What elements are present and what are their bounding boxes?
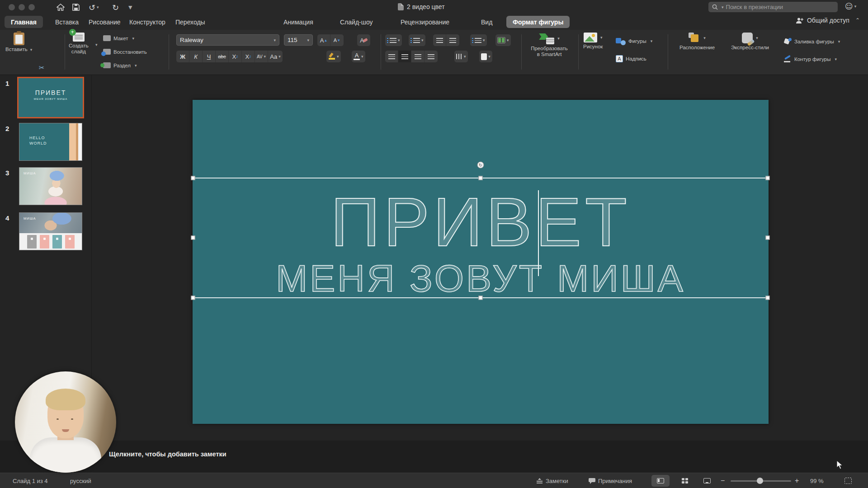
paste-button[interactable]: Вставить ▾ (5, 33, 32, 52)
numbering-button[interactable]: ▾ (409, 34, 425, 46)
slide-sorter-view-button[interactable] (676, 475, 694, 487)
new-slide-button[interactable]: Создать слайд (69, 33, 89, 55)
bold-button[interactable]: Ж (176, 51, 189, 62)
resize-handle-top-center[interactable] (479, 176, 483, 180)
zoom-percentage[interactable]: 99 % (810, 473, 824, 488)
resize-handle-bottom-center[interactable] (479, 296, 483, 300)
arrange-button[interactable]: ▾ Расположение (674, 33, 721, 51)
tab-shape-format[interactable]: Формат фигуры (506, 16, 570, 28)
zoom-out-button[interactable]: − (721, 473, 725, 488)
redo-button[interactable]: ↻ (112, 2, 119, 13)
slide-thumbnail-4[interactable]: МИША (19, 212, 82, 250)
cut-button[interactable]: ✂ (39, 62, 45, 73)
collapse-ribbon-chevron-icon[interactable]: ⌃ (855, 17, 860, 23)
layout-button[interactable]: Макет▾ (103, 35, 134, 41)
textbox-icon: A (616, 55, 623, 62)
increase-font-button[interactable]: A▲ (317, 34, 330, 46)
increase-indent-button[interactable] (446, 34, 459, 46)
align-text-button[interactable]: ▾ (479, 51, 492, 62)
quick-styles-button[interactable]: ▾ Экспресс-стили (723, 33, 777, 51)
slideshow-view-button[interactable] (698, 475, 716, 487)
tab-animation[interactable]: Анимация (277, 16, 320, 28)
picture-icon (584, 33, 597, 42)
share-button[interactable]: Общий доступ ⌃ (796, 17, 860, 24)
notes-placeholder[interactable]: Щелкните, чтобы добавить заметки (109, 450, 226, 458)
comments-toggle[interactable]: Примечания (589, 473, 632, 488)
bullets-button[interactable]: ▾ (385, 34, 402, 46)
shape-outline-button[interactable]: Контур фигуры▾ (783, 56, 837, 62)
insert-shapes-button[interactable]: Фигуры▾ (616, 37, 652, 45)
slide-thumbnail-1[interactable]: ПРИВЕТ МЕНЯ ЗОВУТ МИША (17, 77, 84, 118)
multilevel-list-button[interactable]: ▾ (470, 34, 487, 46)
subscript-button[interactable]: X2 (242, 51, 255, 62)
notes-pane[interactable]: Щелкните, чтобы добавить заметки (0, 441, 868, 473)
font-name-select[interactable]: Raleway▾ (176, 34, 279, 46)
toolbar-options-chevron-icon[interactable]: ▼ (128, 2, 132, 13)
tab-draw[interactable]: Рисование (82, 16, 127, 28)
search-input[interactable]: ▾ Поиск в презентации (708, 2, 838, 12)
align-left-button[interactable] (385, 51, 398, 62)
home-icon[interactable] (57, 2, 65, 13)
share-person-icon (796, 17, 804, 24)
insert-textbox-button[interactable]: A Надпись (616, 55, 646, 62)
section-button[interactable]: Раздел▾ (103, 62, 137, 68)
superscript-button[interactable]: X2 (229, 51, 242, 62)
strikethrough-button[interactable]: abc (216, 51, 229, 62)
close-window-button[interactable] (9, 4, 15, 10)
increase-indent-icon (449, 38, 456, 43)
zoom-in-button[interactable]: + (795, 473, 799, 488)
tab-slideshow[interactable]: Слайд-шоу (334, 16, 379, 28)
font-style-group: Ж К Ч abc X2 X2 AV▾ Аа▾ (176, 51, 283, 62)
minimize-window-button[interactable] (19, 4, 25, 10)
slide-title-text[interactable]: ПРИВЕТ (193, 188, 769, 256)
tab-review[interactable]: Рецензирование (394, 16, 456, 28)
resize-handle-top-right[interactable] (766, 176, 770, 180)
resize-handle-bottom-right[interactable] (766, 296, 770, 300)
undo-button[interactable]: ↺▾ (89, 2, 99, 13)
resize-handle-middle-left[interactable] (191, 236, 195, 240)
resize-handle-bottom-left[interactable] (191, 296, 195, 300)
font-color-button[interactable]: А▾ (352, 51, 365, 62)
columns-button[interactable]: ▾ (495, 34, 511, 46)
decrease-indent-button[interactable] (433, 34, 446, 46)
zoom-window-button[interactable] (28, 4, 35, 10)
character-spacing-button[interactable]: AV▾ (255, 51, 268, 62)
reset-button[interactable]: Восстановить (103, 49, 147, 55)
insert-picture-button[interactable]: ▾ Рисунок (583, 33, 603, 50)
rotate-handle[interactable]: ↻ (477, 162, 484, 169)
convert-to-smartart-button[interactable]: ▾ Преобразовать в SmartArt (524, 33, 574, 57)
normal-view-button[interactable] (651, 475, 670, 487)
tab-transitions[interactable]: Переходы (169, 16, 212, 28)
document-title-area: 2 видео цвет (398, 3, 445, 10)
tab-view[interactable]: Вид (475, 16, 499, 28)
clear-formatting-button[interactable]: A (357, 34, 370, 46)
zoom-slider-knob[interactable] (757, 478, 763, 484)
shape-fill-button[interactable]: Заливка фигуры▾ (783, 38, 840, 45)
change-case-button[interactable]: Аа▾ (268, 51, 283, 62)
underline-button[interactable]: Ч (203, 51, 216, 62)
fit-slide-button[interactable] (844, 473, 852, 488)
text-highlight-button[interactable]: ▾ (326, 51, 341, 62)
align-center-button[interactable] (398, 51, 411, 62)
search-scope-chevron-icon[interactable]: ▾ (722, 5, 724, 9)
slide-thumbnail-2[interactable]: HELLO WORLD (19, 123, 82, 161)
tab-insert[interactable]: Вставка (49, 16, 85, 28)
font-size-select[interactable]: 115▾ (284, 34, 313, 46)
italic-button[interactable]: К (189, 51, 203, 62)
decrease-font-button[interactable]: A▼ (330, 34, 344, 46)
resize-handle-top-left[interactable] (191, 176, 195, 180)
slide-canvas[interactable]: ПРИВЕТ МЕНЯ ЗОВУТ МИША ↻ (193, 100, 769, 424)
align-right-button[interactable] (411, 51, 425, 62)
resize-handle-middle-right[interactable] (766, 236, 770, 240)
slide-thumbnail-3[interactable]: МИША (19, 167, 82, 205)
language-indicator[interactable]: русский (70, 473, 91, 488)
text-direction-button[interactable]: ▾ (454, 51, 468, 62)
feedback-smiley-icon[interactable]: ☺▾ (845, 2, 856, 11)
save-icon[interactable] (72, 2, 80, 13)
slide-subtitle-text[interactable]: МЕНЯ ЗОВУТ МИША (193, 259, 769, 298)
justify-button[interactable] (425, 51, 438, 62)
thumb-4-cards (19, 233, 82, 250)
tab-main[interactable]: Главная (5, 16, 43, 28)
tab-design[interactable]: Конструктор (123, 16, 172, 28)
notes-toggle[interactable]: Заметки (536, 473, 568, 488)
